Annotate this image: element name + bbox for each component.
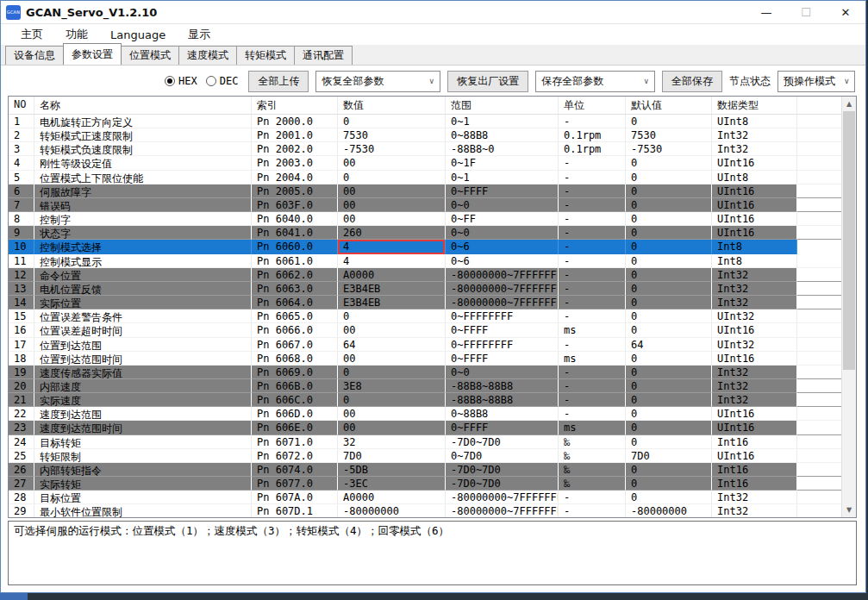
cell-filler [797,282,841,296]
tab-torque-mode[interactable]: 转矩模式 [236,46,295,65]
col-header-datatype: 数据类型 [712,97,797,114]
menu-item-function[interactable]: 功能 [56,25,97,44]
cell-value[interactable]: 7530 [338,128,446,142]
dec-radio[interactable]: DEC [206,75,239,87]
menu-item-language[interactable]: Language [101,27,175,43]
cell-value[interactable]: -7530 [338,142,446,156]
table-row[interactable]: 22速度到达范围Pn 606D.0000~88B8-0UInt16 [9,407,841,421]
tab-comm-config[interactable]: 通讯配置 [294,46,353,65]
cell-value[interactable]: -3EC [338,477,446,491]
cell-value[interactable]: 0 [338,171,446,184]
table-row[interactable]: 2转矩模式正速度限制Pn 2001.075300~88B80.1rpm7530I… [9,128,841,142]
cell-value[interactable]: 4 [338,254,446,268]
cell-value[interactable]: 64 [338,338,446,352]
node-status-dropdown[interactable]: 预操作模式 ∨ [777,71,855,92]
table-row[interactable]: 16位置误差超时时间Pn 6066.0000~FFFFms0UInt16 [9,323,841,337]
cell-unit: - [559,198,626,212]
table-row[interactable]: 21实际速度Pn 606C.00-88B8~88B8-0Int32 [9,393,841,407]
cell-value[interactable]: E3B4EB [338,296,446,309]
hex-radio[interactable]: HEX [165,75,197,87]
table-row[interactable]: 29最小软件位置限制Pn 607D.1-80000000-80000000~7F… [9,504,841,517]
factory-reset-button[interactable]: 恢复出厂设置 [447,71,528,92]
table-row[interactable]: 6伺服故障字Pn 2005.0000~FFFF-0UInt16 [9,184,841,198]
cell-no: 25 [9,449,34,463]
table-row[interactable]: 28目标位置Pn 607A.0A0000-80000000~7FFFFFFF-0… [9,491,841,504]
close-button[interactable]: ✕ [826,1,865,23]
cell-unit: ‰ [559,449,626,463]
cell-value[interactable]: 4 [338,240,446,253]
cell-value[interactable]: 0 [338,115,446,128]
upload-all-button[interactable]: 全部上传 [248,71,309,92]
cell-value[interactable]: -5DB [338,463,446,477]
cell-value[interactable]: E3B4EB [338,282,446,296]
cell-type: Int8 [712,240,797,253]
cell-value[interactable]: 3E8 [338,379,446,393]
table-row[interactable]: 8控制字Pn 6040.0000~FF-0UInt16 [9,212,841,226]
tab-parameter-settings[interactable]: 参数设置 [63,43,122,65]
save-all-params-dropdown[interactable]: 保存全部参数 ∨ [535,71,655,92]
table-row[interactable]: 9状态字Pn 6041.02600~0-0UInt16 [9,226,841,240]
cell-value[interactable]: A0000 [338,268,446,282]
table-row[interactable]: 14实际位置Pn 6064.0E3B4EB-80000000~7FFFFFFF-… [9,296,841,309]
cell-filler [797,393,841,407]
table-row[interactable]: 23速度到达范围时间Pn 606E.0000~FFFFms0UInt16 [9,421,841,434]
cell-value[interactable]: 0 [338,393,446,407]
table-row[interactable]: 19速度传感器实际值Pn 6069.000~0-0Int32 [9,366,841,379]
hex-radio-label: HEX [178,75,197,87]
cell-value[interactable]: 00 [338,212,446,226]
scroll-down-icon[interactable]: ▼ [842,503,856,517]
table-row[interactable]: 17位置到达范围Pn 6067.0640~FFFFFFFF-64UInt32 [9,338,841,352]
table-row[interactable]: 1电机旋转正方向定义Pn 2000.000~1-0UInt8 [9,115,841,128]
parameter-table-main: NO 名称 索引 数值 范围 单位 默认值 数据类型 1电机旋转正方向定义Pn … [9,97,841,517]
cell-name: 最小软件位置限制 [34,504,252,517]
table-row[interactable]: 26内部转矩指令Pn 6074.0-5DB-7D0~7D0‰0Int16 [9,463,841,477]
cell-value[interactable]: 00 [338,421,446,434]
cell-value[interactable]: 00 [338,198,446,212]
table-row[interactable]: 3转矩模式负速度限制Pn 2002.0-7530-88B8~00.1rpm-75… [9,142,841,156]
table-row[interactable]: 5位置模式上下限位使能Pn 2004.000~1-0UInt8 [9,171,841,184]
table-row[interactable]: 11控制模式显示Pn 6061.040~6-0Int8 [9,254,841,268]
restore-all-params-dropdown[interactable]: 恢复全部参数 ∨ [315,71,440,92]
table-row[interactable]: 27实际转矩Pn 6077.0-3EC-7D0~7D0‰0Int16 [9,477,841,491]
vertical-scrollbar[interactable]: ▲ ▼ [841,97,856,517]
table-row[interactable]: 20内部速度Pn 606B.03E8-88B8~88B8-0Int32 [9,379,841,393]
cell-filler [797,171,841,184]
menu-item-display[interactable]: 显示 [178,25,220,44]
cell-value[interactable]: 260 [338,226,446,240]
cell-value[interactable]: 00 [338,184,446,198]
tab-device-info[interactable]: 设备信息 [5,46,64,65]
table-row[interactable]: 12命令位置Pn 6062.0A0000-80000000~7FFFFFFF-0… [9,268,841,282]
cell-value[interactable]: 00 [338,407,446,421]
cell-value[interactable]: 00 [338,352,446,366]
cell-range: -80000000~7FFFFFFF [446,296,559,309]
tab-position-mode[interactable]: 位置模式 [121,46,179,65]
taskbar-button[interactable] [0,593,28,600]
table-row[interactable]: 25转矩限制Pn 6072.07D00~7D0‰7D0UInt16 [9,449,841,463]
table-row[interactable]: 18位置到达范围时间Pn 6068.0000~FFFFms0UInt16 [9,352,841,366]
cell-value[interactable]: 0 [338,366,446,379]
maximize-button[interactable]: ☐ [786,1,826,23]
menu-item-home[interactable]: 主页 [11,25,53,44]
table-row[interactable]: 15位置误差警告条件Pn 6065.000~FFFFFFFF-0UInt32 [9,309,841,323]
cell-name: 内部转矩指令 [34,463,252,477]
scroll-up-icon[interactable]: ▲ [842,97,856,111]
cell-value[interactable]: 32 [338,435,446,449]
table-row[interactable]: 7错误码Pn 603F.0000~0-0UInt16 [9,198,841,212]
cell-value[interactable]: -80000000 [338,504,446,517]
cell-value[interactable]: 00 [338,156,446,170]
cell-value[interactable]: A0000 [338,491,446,504]
cell-unit: - [559,309,626,323]
table-row[interactable]: 10控制模式选择Pn 6060.040~6-0Int8 [9,240,841,253]
cell-range: 0~0 [446,198,559,212]
cell-value[interactable]: 7D0 [338,449,446,463]
table-row[interactable]: 4刚性等级设定值Pn 2003.0000~1F-0UInt16 [9,156,841,170]
cell-unit: ‰ [559,463,626,477]
cell-value[interactable]: 00 [338,323,446,337]
table-row[interactable]: 13电机位置反馈Pn 6063.0E3B4EB-80000000~7FFFFFF… [9,282,841,296]
minimize-button[interactable]: — [746,1,786,23]
scrollbar-thumb[interactable] [843,111,855,370]
table-row[interactable]: 24目标转矩Pn 6071.032-7D0~7D0‰0Int16 [9,435,841,449]
save-all-button[interactable]: 全部保存 [662,71,722,92]
cell-value[interactable]: 0 [338,309,446,323]
tab-speed-mode[interactable]: 速度模式 [178,46,237,65]
